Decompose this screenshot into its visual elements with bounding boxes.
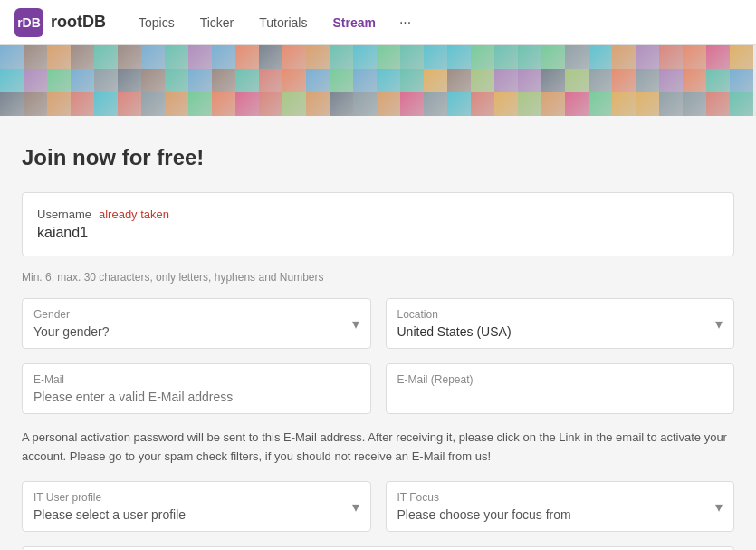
avatar-cell[interactable] <box>24 45 47 69</box>
avatar-cell[interactable] <box>282 92 306 116</box>
it-focus-select[interactable]: IT Focus Please choose your focus from ▾ <box>386 481 735 532</box>
avatar-cell[interactable] <box>400 45 424 69</box>
avatar-cell[interactable] <box>706 92 730 116</box>
avatar-cell[interactable] <box>0 69 24 92</box>
avatar-cell[interactable] <box>259 45 282 69</box>
avatar-cell[interactable] <box>541 92 565 116</box>
avatar-cell[interactable] <box>494 92 518 116</box>
avatar-cell[interactable] <box>141 92 165 116</box>
avatar-cell[interactable] <box>188 92 212 116</box>
avatar-cell[interactable] <box>235 69 259 92</box>
avatar-cell[interactable] <box>259 69 282 92</box>
avatar-cell[interactable] <box>330 69 353 92</box>
avatar-cell[interactable] <box>0 45 24 69</box>
avatar-cell[interactable] <box>353 45 377 69</box>
avatar-cell[interactable] <box>518 92 541 116</box>
avatar-cell[interactable] <box>447 69 471 92</box>
gender-select[interactable]: Gender Your gender? ▾ <box>22 298 371 349</box>
avatar-cell[interactable] <box>47 69 71 92</box>
avatar-cell[interactable] <box>612 45 636 69</box>
avatar-cell[interactable] <box>141 69 165 92</box>
avatar-cell[interactable] <box>24 69 47 92</box>
avatar-cell[interactable] <box>24 92 47 116</box>
avatar-cell[interactable] <box>212 69 235 92</box>
avatar-cell[interactable] <box>471 69 494 92</box>
avatar-cell[interactable] <box>518 45 541 69</box>
avatar-cell[interactable] <box>235 45 259 69</box>
avatar-cell[interactable] <box>306 92 330 116</box>
avatar-cell[interactable] <box>612 92 636 116</box>
avatar-cell[interactable] <box>188 69 212 92</box>
avatar-cell[interactable] <box>377 69 400 92</box>
avatar-cell[interactable] <box>165 92 188 116</box>
avatar-cell[interactable] <box>165 45 188 69</box>
avatar-cell[interactable] <box>659 92 683 116</box>
avatar-cell[interactable] <box>447 45 471 69</box>
avatar-cell[interactable] <box>683 92 706 116</box>
avatar-cell[interactable] <box>612 69 636 92</box>
nav-ticker[interactable]: Ticker <box>189 10 245 35</box>
email-input[interactable] <box>33 390 359 404</box>
avatar-cell[interactable] <box>683 69 706 92</box>
avatar-cell[interactable] <box>94 69 118 92</box>
avatar-cell[interactable] <box>353 69 377 92</box>
brand[interactable]: rDB rootDB <box>14 8 106 37</box>
avatar-cell[interactable] <box>659 69 683 92</box>
avatar-cell[interactable] <box>659 45 683 69</box>
avatar-cell[interactable] <box>400 69 424 92</box>
username-input[interactable] <box>37 221 719 241</box>
avatar-cell[interactable] <box>377 45 400 69</box>
avatar-cell[interactable] <box>706 69 730 92</box>
avatar-cell[interactable] <box>118 92 141 116</box>
avatar-cell[interactable] <box>94 45 118 69</box>
avatar-cell[interactable] <box>118 69 141 92</box>
avatar-cell[interactable] <box>518 69 541 92</box>
avatar-cell[interactable] <box>188 45 212 69</box>
nav-tutorials[interactable]: Tutorials <box>248 10 318 35</box>
avatar-cell[interactable] <box>71 69 94 92</box>
avatar-cell[interactable] <box>471 45 494 69</box>
avatar-cell[interactable] <box>589 92 612 116</box>
avatar-cell[interactable] <box>94 92 118 116</box>
avatar-cell[interactable] <box>447 92 471 116</box>
nav-stream[interactable]: Stream <box>321 10 386 35</box>
avatar-cell[interactable] <box>730 92 753 116</box>
avatar-cell[interactable] <box>47 45 71 69</box>
avatar-cell[interactable] <box>424 69 447 92</box>
avatar-cell[interactable] <box>0 92 24 116</box>
avatar-cell[interactable] <box>471 92 494 116</box>
nav-topics[interactable]: Topics <box>128 10 186 35</box>
avatar-cell[interactable] <box>636 92 659 116</box>
avatar-cell[interactable] <box>282 69 306 92</box>
avatar-cell[interactable] <box>400 92 424 116</box>
avatar-cell[interactable] <box>306 45 330 69</box>
avatar-cell[interactable] <box>565 92 589 116</box>
avatar-cell[interactable] <box>730 69 753 92</box>
avatar-cell[interactable] <box>47 92 71 116</box>
avatar-cell[interactable] <box>494 45 518 69</box>
avatar-cell[interactable] <box>565 45 589 69</box>
avatar-cell[interactable] <box>259 92 282 116</box>
avatar-cell[interactable] <box>118 45 141 69</box>
location-select[interactable]: Location United States (USA) ▾ <box>386 298 735 349</box>
avatar-cell[interactable] <box>636 45 659 69</box>
avatar-cell[interactable] <box>706 45 730 69</box>
it-user-profile-select[interactable]: IT User profile Please select a user pro… <box>22 481 371 532</box>
avatar-cell[interactable] <box>565 69 589 92</box>
avatar-cell[interactable] <box>212 45 235 69</box>
avatar-cell[interactable] <box>71 92 94 116</box>
avatar-cell[interactable] <box>589 45 612 69</box>
avatar-cell[interactable] <box>165 69 188 92</box>
avatar-cell[interactable] <box>424 45 447 69</box>
avatar-cell[interactable] <box>377 92 400 116</box>
avatar-cell[interactable] <box>71 45 94 69</box>
avatar-cell[interactable] <box>683 45 706 69</box>
avatar-cell[interactable] <box>306 69 330 92</box>
avatar-cell[interactable] <box>424 92 447 116</box>
avatar-cell[interactable] <box>353 92 377 116</box>
avatar-cell[interactable] <box>494 69 518 92</box>
avatar-cell[interactable] <box>330 45 353 69</box>
nav-more[interactable]: ··· <box>390 9 420 36</box>
avatar-cell[interactable] <box>730 45 753 69</box>
avatar-cell[interactable] <box>235 92 259 116</box>
